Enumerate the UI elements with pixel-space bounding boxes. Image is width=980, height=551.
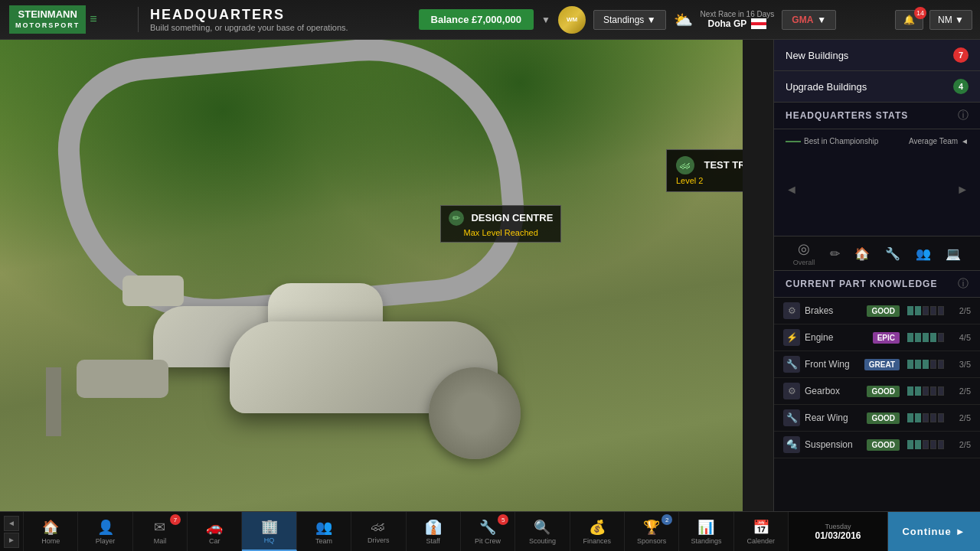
nav-arrow-right[interactable]: ► bbox=[4, 533, 19, 548]
legend-best: Best in Championship bbox=[786, 137, 878, 145]
nav-item-staff[interactable]: 👔Staff bbox=[407, 512, 461, 551]
nav-item-mail[interactable]: 7✉Mail bbox=[133, 512, 188, 551]
part-row[interactable]: 🔩SuspensionGOOD2/5 bbox=[774, 432, 980, 458]
date-value: 01/03/2016 bbox=[815, 530, 861, 541]
logo-icon: ≡ bbox=[90, 12, 96, 26]
part-icon: ⚡ bbox=[783, 329, 800, 346]
new-buildings-label: New Buildings bbox=[786, 50, 848, 61]
chart-icon-overall[interactable]: ◎ Overall bbox=[793, 240, 815, 266]
part-fraction: 4/5 bbox=[952, 333, 971, 342]
upgrade-buildings-label: Upgrade Buildings bbox=[786, 81, 867, 93]
nav-item-car[interactable]: 🚗Car bbox=[188, 512, 242, 551]
legend-avg-label: Average Team bbox=[909, 137, 958, 145]
part-bar-segment bbox=[915, 333, 921, 342]
nav-label: Calender bbox=[747, 537, 776, 545]
next-race-label: Next Race in 16 Days bbox=[701, 10, 775, 18]
chart-arrow-right[interactable]: ► bbox=[956, 183, 969, 197]
continue-button[interactable]: Continue ► bbox=[888, 512, 980, 551]
nav-item-hq[interactable]: 🏢HQ bbox=[242, 512, 296, 551]
standings-arrow: ▼ bbox=[647, 15, 656, 25]
gma-arrow: ▼ bbox=[817, 15, 826, 25]
nav-icon: ✉ bbox=[154, 519, 165, 536]
nav-item-standings[interactable]: 📊Standings bbox=[679, 512, 733, 551]
part-icon: ⚙ bbox=[783, 302, 800, 319]
test-track-tooltip: 🏎 TEST TRACK Level 2 bbox=[666, 149, 743, 192]
parts-section: ⚙BrakesGOOD2/5⚡EngineEPIC4/5🔧Front WingG… bbox=[774, 298, 980, 458]
part-row[interactable]: ⚡EngineEPIC4/5 bbox=[774, 324, 980, 351]
nav-item-pit crew[interactable]: 5🔧Pit Crew bbox=[461, 512, 515, 551]
nav-item-drivers[interactable]: 🏎Drivers bbox=[351, 512, 406, 551]
notifications-button[interactable]: 🔔 14 bbox=[895, 10, 923, 30]
nav-label: Scouting bbox=[529, 537, 556, 545]
nav-label: Pit Crew bbox=[475, 537, 501, 545]
weather-area: ⛅ bbox=[674, 11, 693, 29]
chart-icon-design[interactable]: ✏ bbox=[830, 246, 840, 261]
nav-item-finances[interactable]: 💰Finances bbox=[570, 512, 625, 551]
nav-label: Sponsors bbox=[637, 537, 666, 545]
nav-arrow-left[interactable]: ◄ bbox=[4, 516, 19, 531]
nav-icon: 🏠 bbox=[42, 519, 59, 536]
part-row[interactable]: 🔧Front WingGREAT3/5 bbox=[774, 351, 980, 378]
part-row[interactable]: ⚙BrakesGOOD2/5 bbox=[774, 298, 980, 324]
upgrade-buildings-button[interactable]: Upgrade Buildings 4 bbox=[774, 71, 980, 103]
nav-items-container: 🏠Home👤Player7✉Mail🚗Car🏢HQ👥Team🏎Drivers👔S… bbox=[24, 512, 789, 551]
part-bars bbox=[907, 333, 944, 342]
logo-line1: STEINMANN bbox=[15, 8, 80, 21]
circular-area bbox=[429, 367, 521, 459]
part-fraction: 3/5 bbox=[952, 360, 971, 369]
part-bar-segment bbox=[930, 360, 936, 369]
nav-item-home[interactable]: 🏠Home bbox=[24, 512, 78, 551]
part-row[interactable]: 🔧Rear WingGOOD2/5 bbox=[774, 405, 980, 432]
standings-button[interactable]: Standings ▼ bbox=[593, 10, 666, 30]
nav-item-player[interactable]: 👤Player bbox=[78, 512, 132, 551]
balance-dropdown-icon[interactable]: ▼ bbox=[541, 15, 550, 25]
nav-item-calender[interactable]: 📅Calender bbox=[734, 512, 789, 551]
part-rating: GREAT bbox=[864, 359, 900, 370]
team-logo: STEINMANN MOTORSPORT bbox=[9, 5, 86, 34]
part-bar-segment bbox=[930, 440, 936, 449]
world-championship-logo[interactable]: WM bbox=[558, 6, 586, 34]
nav-badge: 7 bbox=[170, 514, 181, 525]
parts-info-icon[interactable]: ⓘ bbox=[958, 277, 969, 291]
chart-icon-tech[interactable]: 🔧 bbox=[885, 246, 900, 261]
nm-button[interactable]: NM ▼ bbox=[929, 10, 972, 30]
logo-area: STEINMANN MOTORSPORT ≡ bbox=[0, 5, 138, 34]
balance-button[interactable]: Balance £7,000,000 bbox=[419, 9, 534, 30]
building-left bbox=[77, 360, 168, 398]
chart-icon-staff[interactable]: 👥 bbox=[916, 246, 931, 261]
chart-arrow-left[interactable]: ◄ bbox=[786, 183, 798, 197]
nav-item-team[interactable]: 👥Team bbox=[297, 512, 351, 551]
part-bar-segment bbox=[923, 306, 929, 315]
game-viewport: 🏎 TEST TRACK Level 2 ✏ DESIGN CENTRE Max… bbox=[0, 0, 743, 551]
nav-icon: 📊 bbox=[697, 519, 714, 536]
part-bar-segment bbox=[938, 440, 944, 449]
legend-avg: Average Team ◄ bbox=[909, 137, 969, 145]
nav-item-sponsors[interactable]: 2🏆Sponsors bbox=[625, 512, 679, 551]
header-right: 🔔 14 NM ▼ bbox=[895, 10, 980, 30]
chart-icon-facility[interactable]: 🏠 bbox=[854, 246, 870, 261]
hq-title-area: HEADQUARTERS Build something, or upgrade… bbox=[138, 7, 360, 32]
part-bar-segment bbox=[938, 306, 944, 315]
nav-item-scouting[interactable]: 🔍Scouting bbox=[515, 512, 570, 551]
upgrade-buildings-badge: 4 bbox=[953, 79, 969, 94]
bars-container bbox=[800, 155, 954, 224]
nav-icon: 💰 bbox=[589, 519, 606, 536]
header-center: Balance £7,000,000 ▼ WM Standings ▼ ⛅ Ne… bbox=[360, 6, 895, 34]
nav-label: Mail bbox=[154, 537, 167, 545]
nav-label: Drivers bbox=[368, 536, 390, 544]
design-centre-label[interactable]: ✏ DESIGN CENTRE Max Level Reached bbox=[440, 205, 561, 243]
stats-info-icon[interactable]: ⓘ bbox=[958, 109, 969, 122]
nav-icon: 🏆 bbox=[643, 519, 660, 536]
right-panel: New Buildings 7 Upgrade Buildings 4 HEAD… bbox=[773, 40, 980, 551]
chart-icon-data[interactable]: 💻 bbox=[946, 246, 961, 261]
gma-button[interactable]: GMA ▼ bbox=[782, 10, 836, 30]
nav-arrows: ◄ ► bbox=[0, 512, 24, 551]
next-race-area: Next Race in 16 Days Doha GP bbox=[701, 10, 775, 30]
nav-icon: 👤 bbox=[97, 519, 114, 536]
part-bars bbox=[907, 306, 944, 315]
nav-label: Staff bbox=[426, 537, 440, 545]
part-fraction: 2/5 bbox=[952, 440, 971, 449]
new-buildings-button[interactable]: New Buildings 7 bbox=[774, 40, 980, 71]
part-row[interactable]: ⚙GearboxGOOD2/5 bbox=[774, 378, 980, 405]
nav-label: HQ bbox=[264, 536, 275, 544]
